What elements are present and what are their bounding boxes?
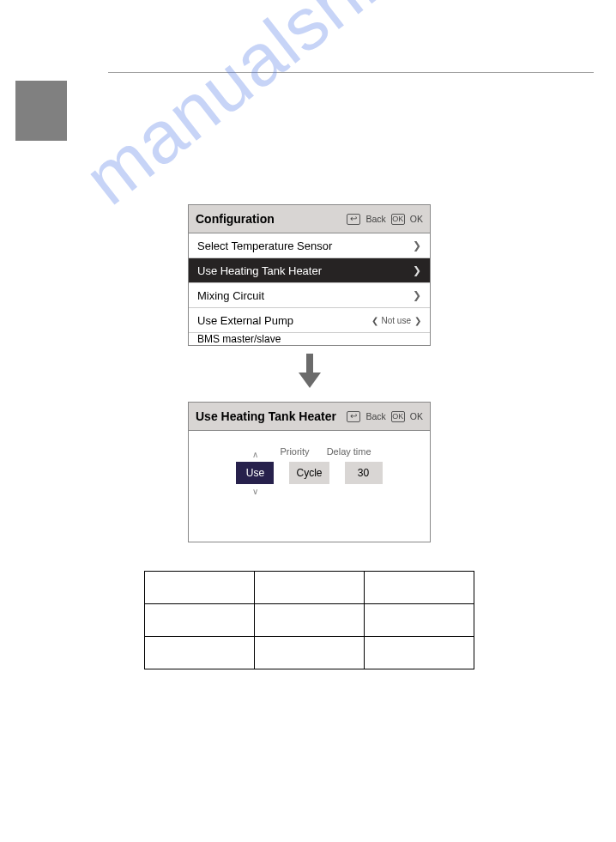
value-controls: ∧ Use ∨ Cycle 30 bbox=[236, 462, 382, 484]
caret-up-icon[interactable]: ∧ bbox=[252, 450, 258, 459]
horizontal-rule bbox=[108, 72, 594, 73]
chevron-left-icon[interactable]: ❮ bbox=[371, 316, 378, 325]
use-value[interactable]: Use bbox=[236, 462, 274, 484]
column-labels: Priority Delay time bbox=[280, 446, 371, 457]
table-row bbox=[145, 572, 474, 604]
list-item-partial[interactable]: BMS master/slave bbox=[189, 333, 430, 346]
empty-table bbox=[144, 571, 474, 669]
caret-down-icon[interactable]: ∨ bbox=[252, 487, 258, 496]
chevron-right-icon: ❯ bbox=[413, 289, 421, 301]
configuration-screen: Configuration ↩ Back OK OK Select Temper… bbox=[188, 204, 431, 346]
heater-body: Priority Delay time ∧ Use ∨ Cycle 30 bbox=[188, 431, 431, 542]
list-item-label: Use Heating Tank Heater bbox=[197, 264, 322, 277]
ok-label[interactable]: OK bbox=[410, 411, 423, 421]
arrow-down-icon bbox=[299, 354, 321, 388]
page-side-tab bbox=[15, 81, 67, 141]
table-row bbox=[145, 637, 474, 669]
back-icon[interactable]: ↩ bbox=[347, 411, 360, 422]
configuration-titlebar: Configuration ↩ Back OK OK bbox=[188, 204, 431, 233]
list-item-select-temp-sensor[interactable]: Select Temperature Sensor ❯ bbox=[189, 233, 430, 258]
table-row bbox=[145, 604, 474, 637]
inline-value-control[interactable]: ❮ Not use ❯ bbox=[371, 316, 421, 325]
chevron-right-icon: ❯ bbox=[413, 264, 421, 276]
delay-time-value[interactable]: 30 bbox=[345, 462, 383, 484]
heater-titlebar: Use Heating Tank Heater ↩ Back OK OK bbox=[188, 402, 431, 431]
priority-value[interactable]: Cycle bbox=[289, 462, 329, 484]
ok-label[interactable]: OK bbox=[410, 214, 423, 224]
configuration-title: Configuration bbox=[196, 212, 347, 226]
back-label[interactable]: Back bbox=[365, 214, 385, 224]
watermark: manualshive.com bbox=[69, 0, 583, 221]
chevron-right-icon[interactable]: ❯ bbox=[414, 316, 421, 325]
use-spinner[interactable]: ∧ Use ∨ bbox=[236, 462, 274, 484]
delay-time-label: Delay time bbox=[327, 446, 371, 457]
list-item-label: BMS master/slave bbox=[197, 333, 281, 345]
priority-label: Priority bbox=[280, 446, 309, 457]
back-icon[interactable]: ↩ bbox=[347, 214, 360, 225]
titlebar-actions: ↩ Back OK OK bbox=[347, 411, 423, 422]
ok-icon[interactable]: OK bbox=[391, 214, 405, 225]
configuration-list: Select Temperature Sensor ❯ Use Heating … bbox=[188, 233, 431, 346]
list-item-use-heating-tank-heater[interactable]: Use Heating Tank Heater ❯ bbox=[189, 258, 430, 283]
list-item-label: Mixing Circuit bbox=[197, 289, 264, 302]
use-heating-tank-heater-screen: Use Heating Tank Heater ↩ Back OK OK Pri… bbox=[188, 402, 431, 542]
back-label[interactable]: Back bbox=[365, 411, 385, 421]
value: Not use bbox=[382, 316, 411, 325]
heater-title: Use Heating Tank Heater bbox=[196, 409, 347, 423]
chevron-right-icon: ❯ bbox=[413, 239, 421, 251]
list-item-use-external-pump[interactable]: Use External Pump ❮ Not use ❯ bbox=[189, 308, 430, 333]
ok-icon[interactable]: OK bbox=[391, 411, 405, 422]
list-item-label: Select Temperature Sensor bbox=[197, 239, 332, 252]
titlebar-actions: ↩ Back OK OK bbox=[347, 214, 423, 225]
list-item-label: Use External Pump bbox=[197, 314, 293, 327]
list-item-mixing-circuit[interactable]: Mixing Circuit ❯ bbox=[189, 283, 430, 308]
